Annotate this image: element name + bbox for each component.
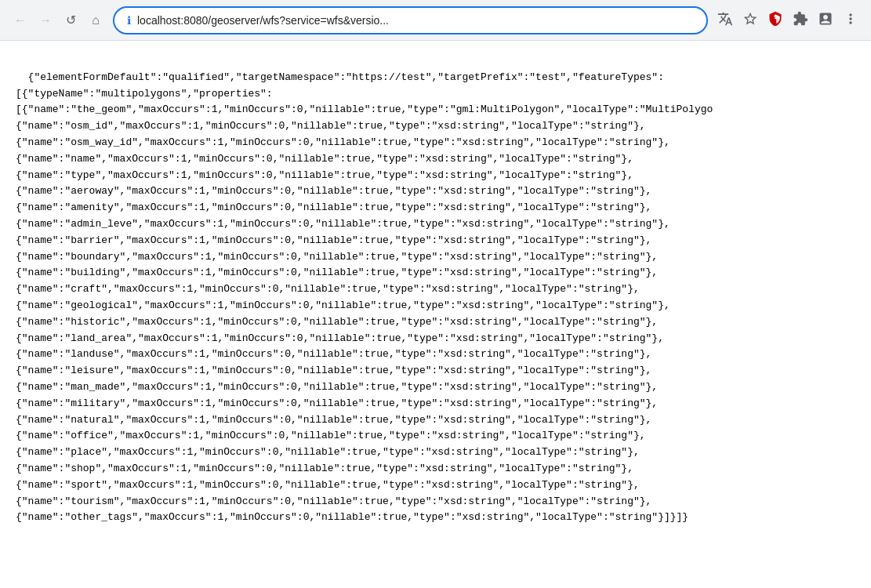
secure-icon: ℹ bbox=[127, 14, 131, 27]
star-icon bbox=[742, 11, 758, 30]
nav-buttons: ← → ↺ ⌂ bbox=[9, 9, 107, 31]
address-bar[interactable]: ℹ localhost:8080/geoserver/wfs?service=w… bbox=[113, 6, 708, 34]
back-icon: ← bbox=[14, 13, 27, 27]
translate-button[interactable] bbox=[714, 9, 736, 31]
menu-icon bbox=[843, 11, 858, 30]
menu-button[interactable] bbox=[840, 9, 862, 31]
forward-icon: → bbox=[39, 13, 52, 27]
extension-icon bbox=[793, 11, 808, 30]
json-content: {"elementFormDefault":"qualified","targe… bbox=[0, 41, 871, 539]
browser-chrome: ← → ↺ ⌂ ℹ localhost:8080/geoserver/wfs?s… bbox=[0, 0, 871, 41]
back-button[interactable]: ← bbox=[9, 9, 31, 31]
puzzle-icon bbox=[818, 11, 833, 30]
browser-actions bbox=[714, 9, 862, 31]
reload-icon: ↺ bbox=[66, 13, 76, 27]
home-icon: ⌂ bbox=[92, 13, 100, 27]
ublock-button[interactable] bbox=[764, 9, 786, 31]
extension-button[interactable] bbox=[789, 9, 811, 31]
puzzle-button[interactable] bbox=[815, 9, 837, 31]
forward-button[interactable]: → bbox=[34, 9, 56, 31]
home-button[interactable]: ⌂ bbox=[85, 9, 107, 31]
reload-button[interactable]: ↺ bbox=[60, 9, 82, 31]
json-text: {"elementFormDefault":"qualified","targe… bbox=[16, 71, 713, 524]
translate-icon bbox=[717, 11, 733, 30]
bookmark-button[interactable] bbox=[739, 9, 761, 31]
url-text: localhost:8080/geoserver/wfs?service=wfs… bbox=[137, 14, 694, 27]
ublock-icon bbox=[768, 11, 783, 30]
